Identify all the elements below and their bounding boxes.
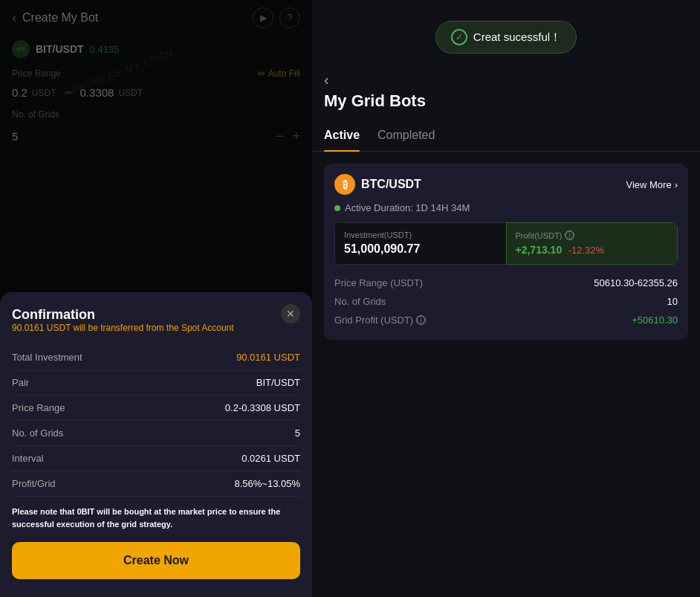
right-back-btn[interactable]: ‹ [324, 71, 329, 88]
modal-row-interval: Interval 0.0261 USDT [12, 446, 300, 471]
price-range-modal-value: 0.2-0.3308 USDT [225, 402, 300, 413]
detail-price-range-label: Price Range (USDT) [334, 277, 423, 288]
profit-grid-value: 8.56%~13.05% [234, 478, 300, 489]
modal-note: 90.0161 USDT will be transferred from th… [12, 323, 300, 333]
modal-row-pair: Pair BIT/USDT [12, 370, 300, 396]
modal-row-grids: No. of Grids 5 [12, 421, 300, 446]
modal-footer-note: Please note that 0BIT will be bought at … [12, 506, 300, 530]
right-panel: ✓ Creat sucessful！ ‹ My Grid Bots Active… [312, 0, 700, 597]
metrics-row: Investment(USDT) 51,000,090.77 Profit(US… [334, 222, 678, 265]
profit-box: Profit(USDT) ⓘ +2,713.10 -12.32% [506, 222, 678, 265]
bot-card-header: ₿ BTC/USDT View More › [334, 174, 678, 195]
bot-pair: ₿ BTC/USDT [334, 174, 421, 195]
investment-label: Total Investment [12, 352, 82, 363]
detail-row-price-range: Price Range (USDT) 50610.30-62355.26 [334, 274, 678, 292]
investment-metric-label: Investment(USDT) [344, 230, 497, 239]
tab-completed[interactable]: Completed [377, 126, 435, 151]
detail-price-range-value: 50610.30-62355.26 [594, 277, 678, 288]
modal-overlay: Confirmation ✕ 90.0161 USDT will be tran… [0, 0, 312, 597]
investment-metric-value: 51,000,090.77 [344, 242, 497, 256]
modal-row-price-range: Price Range 0.2-0.3308 USDT [12, 396, 300, 421]
modal-close-btn[interactable]: ✕ [281, 304, 300, 323]
bot-card: ₿ BTC/USDT View More › Active Duration: … [324, 164, 688, 340]
interval-value: 0.0261 USDT [242, 453, 300, 464]
interval-label: Interval [12, 453, 44, 464]
profit-info-icon: ⓘ [565, 230, 574, 240]
modal-row-investment: Total Investment 90.0161 USDT [12, 345, 300, 370]
left-panel: ‹ Create My Bot ▶ ? BIT BIT/USDT 0.4135 … [0, 0, 312, 597]
detail-grids-value: 10 [667, 296, 678, 307]
modal-row-profit-grid: Profit/Grid 8.56%~13.05% [12, 471, 300, 497]
create-now-button[interactable]: Create Now [12, 542, 300, 579]
check-circle-icon: ✓ [451, 29, 467, 45]
confirmation-modal: Confirmation ✕ 90.0161 USDT will be tran… [0, 292, 312, 597]
detail-grid-profit-value: +50610.30 [632, 314, 678, 326]
profit-metric-label: Profit(USDT) ⓘ [516, 230, 669, 240]
toast-text: Creat sucessful！ [473, 30, 561, 45]
detail-row-grid-profit: Grid Profit (USDT) ⓘ +50610.30 [334, 311, 678, 329]
success-toast: ✓ Creat sucessful！ [435, 21, 577, 54]
detail-grids-label: No. of Grids [334, 296, 386, 307]
btc-icon: ₿ [334, 174, 355, 195]
tab-active[interactable]: Active [324, 126, 360, 151]
profit-pct: -12.32% [568, 245, 604, 256]
duration-text: Active Duration: 1D 14H 34M [345, 202, 470, 213]
view-more-btn[interactable]: View More › [626, 179, 678, 190]
footer-note-bold: 0BIT [77, 507, 94, 516]
price-range-modal-label: Price Range [12, 402, 65, 413]
pair-value: BIT/USDT [256, 377, 300, 388]
profit-grid-label: Profit/Grid [12, 478, 56, 489]
investment-box: Investment(USDT) 51,000,090.77 [334, 222, 506, 265]
pair-label: Pair [12, 377, 29, 388]
page-title: My Grid Bots [324, 91, 426, 110]
active-dot [334, 205, 340, 211]
investment-value: 90.0161 USDT [236, 352, 300, 363]
grid-profit-info-icon: ⓘ [416, 315, 426, 325]
grids-modal-label: No. of Grids [12, 427, 63, 439]
tabs-bar: Active Completed [312, 117, 700, 152]
detail-grid-profit-label: Grid Profit (USDT) ⓘ [334, 314, 426, 326]
grids-modal-value: 5 [295, 427, 300, 439]
active-duration-row: Active Duration: 1D 14H 34M [334, 202, 678, 213]
right-header: ‹ [312, 65, 700, 88]
profit-metric-value: +2,713.10 [516, 244, 563, 256]
detail-row-grids: No. of Grids 10 [334, 292, 678, 311]
bot-pair-name: BTC/USDT [361, 178, 421, 191]
modal-title: Confirmation [12, 307, 95, 322]
